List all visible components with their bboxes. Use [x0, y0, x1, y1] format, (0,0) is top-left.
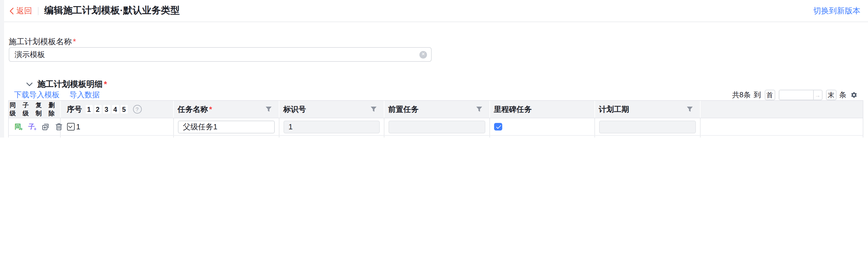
collapse-chevron-icon[interactable] [26, 82, 33, 87]
level-button-4[interactable]: 4 [112, 105, 119, 114]
milestone-checkbox[interactable] [494, 123, 502, 131]
required-mark: * [73, 37, 76, 46]
row-filler-cell [700, 118, 863, 135]
table-settings-gear-icon[interactable] [850, 92, 858, 99]
top-bar: 返回 编辑施工计划模板·默认业务类型 切换到新版本 [0, 0, 868, 22]
table-toolbar: 下载导入模板 导入数据 共8条 到 首 → 末 条 [14, 90, 858, 100]
row-seq-cell: 1 [60, 118, 174, 135]
table-body: 同+ 子+ [8, 118, 863, 137]
table-header-row: 同级 子级 复制 删除 序号 1 2 3 4 5 ? 任务名称 * [8, 101, 863, 118]
predecessor-input [388, 120, 485, 133]
download-import-template-link[interactable]: 下载导入模板 [14, 90, 60, 100]
add-sibling-icon[interactable]: 同+ [14, 123, 22, 131]
seq-text: 1 [76, 122, 80, 131]
template-name-input[interactable] [9, 47, 432, 62]
template-name-label: 施工计划模板名称* [9, 37, 868, 46]
predecessor-filter-icon[interactable] [476, 106, 482, 112]
last-page-button[interactable]: 末 [826, 90, 836, 100]
level-button-5[interactable]: 5 [120, 105, 127, 114]
duration-filter-icon[interactable] [686, 106, 693, 112]
task-id-input [283, 120, 379, 133]
detail-section-title: 施工计划模板明细* [37, 79, 107, 90]
unit-label: 条 [839, 90, 846, 100]
header-copy: 复制 [36, 101, 46, 117]
help-icon[interactable]: ? [133, 105, 142, 114]
header-sibling: 同级 [10, 101, 20, 117]
row-filler-cell [700, 136, 863, 137]
first-page-button[interactable]: 首 [765, 90, 775, 100]
required-mark: * [104, 79, 107, 89]
seq-header-label: 序号 [67, 104, 82, 114]
header-milestone: 里程碑任务 [490, 101, 595, 118]
header-filler [700, 101, 863, 118]
goto-page-input[interactable] [779, 90, 813, 100]
row-milestone-cell [490, 118, 595, 135]
title-divider [38, 7, 38, 15]
row-actions-cell: 同+ 子+ [8, 136, 60, 137]
row-predecessor-cell [384, 118, 490, 135]
header-delete: 删除 [49, 101, 59, 117]
import-data-link[interactable]: 导入数据 [69, 90, 100, 100]
task-name-input[interactable] [178, 120, 275, 133]
row-task-name-cell [174, 136, 279, 137]
row-task-id-cell [279, 136, 384, 137]
pager: 共8条 到 首 → 末 条 [732, 90, 858, 100]
goto-label: 到 [754, 90, 761, 100]
duration-input [599, 120, 695, 133]
row-duration-cell [595, 118, 700, 135]
edit-construction-plan-template-page: 返回 编辑施工计划模板·默认业务类型 切换到新版本 施工计划模板名称* 施工计划… [0, 0, 868, 137]
header-actions: 同级 子级 复制 删除 [8, 101, 60, 118]
page-left-gutter [0, 0, 4, 137]
goto-page-group: → [778, 90, 822, 100]
clear-input-icon[interactable] [420, 51, 427, 58]
template-name-field [9, 47, 432, 62]
delete-row-icon[interactable] [55, 123, 63, 131]
table-row: 同+ 子+ [8, 136, 863, 137]
row-predecessor-cell [384, 136, 490, 137]
copy-row-icon[interactable] [41, 123, 49, 131]
row-actions-cell: 同+ 子+ [8, 118, 60, 135]
header-child: 子级 [23, 101, 33, 117]
expand-toggle-icon[interactable] [67, 123, 74, 131]
row-milestone-cell [490, 136, 595, 137]
row-seq-cell: 1.1 [60, 136, 174, 137]
back-button[interactable]: 返回 [9, 5, 32, 16]
back-label: 返回 [16, 5, 32, 16]
level-button-1[interactable]: 1 [86, 105, 92, 114]
required-mark: * [209, 105, 212, 114]
task-id-filter-icon[interactable] [370, 106, 376, 112]
page-title: 编辑施工计划模板·默认业务类型 [44, 5, 180, 17]
add-child-icon[interactable]: 子+ [28, 123, 35, 131]
header-predecessor: 前置任务 [384, 101, 490, 118]
task-name-filter-icon[interactable] [265, 106, 272, 112]
plan-template-table: 同级 子级 复制 删除 序号 1 2 3 4 5 ? 任务名称 * [8, 100, 863, 137]
header-seq: 序号 1 2 3 4 5 ? [60, 101, 174, 118]
header-duration: 计划工期 [595, 101, 700, 118]
row-duration-cell [595, 136, 700, 137]
row-task-name-cell [174, 118, 279, 135]
level-button-2[interactable]: 2 [94, 105, 101, 114]
total-count-text: 共8条 [732, 90, 751, 100]
table-row: 同+ 子+ [8, 118, 863, 136]
header-task-name: 任务名称 * [174, 101, 279, 118]
level-button-3[interactable]: 3 [103, 105, 110, 114]
switch-to-new-version-link[interactable]: 切换到新版本 [813, 5, 860, 16]
detail-section-header: 施工计划模板明细* [26, 80, 868, 89]
goto-arrow-button[interactable]: → [813, 90, 822, 100]
header-task-id: 标识号 [279, 101, 384, 118]
back-chevron-icon [9, 7, 14, 14]
row-task-id-cell [279, 118, 384, 135]
